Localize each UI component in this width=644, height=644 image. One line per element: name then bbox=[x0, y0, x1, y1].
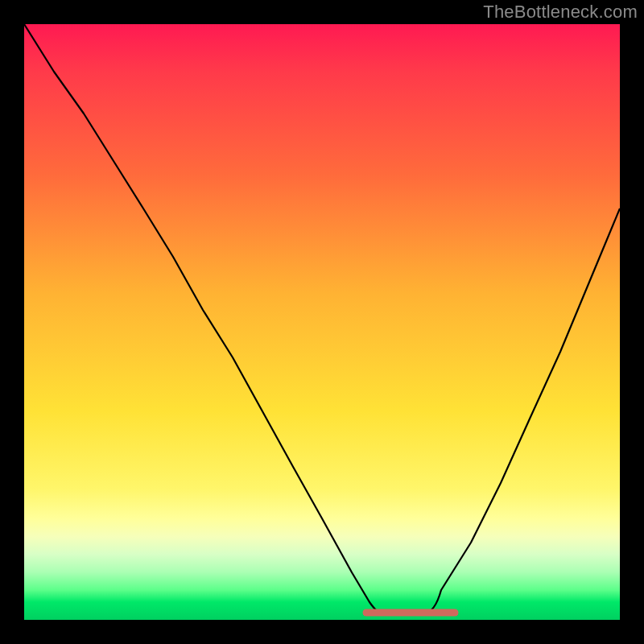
plot-area bbox=[24, 24, 620, 620]
curve-layer bbox=[24, 24, 620, 620]
chart-frame: TheBottleneck.com bbox=[0, 0, 644, 644]
bottleneck-curve bbox=[24, 24, 620, 613]
watermark-text: TheBottleneck.com bbox=[483, 2, 638, 23]
